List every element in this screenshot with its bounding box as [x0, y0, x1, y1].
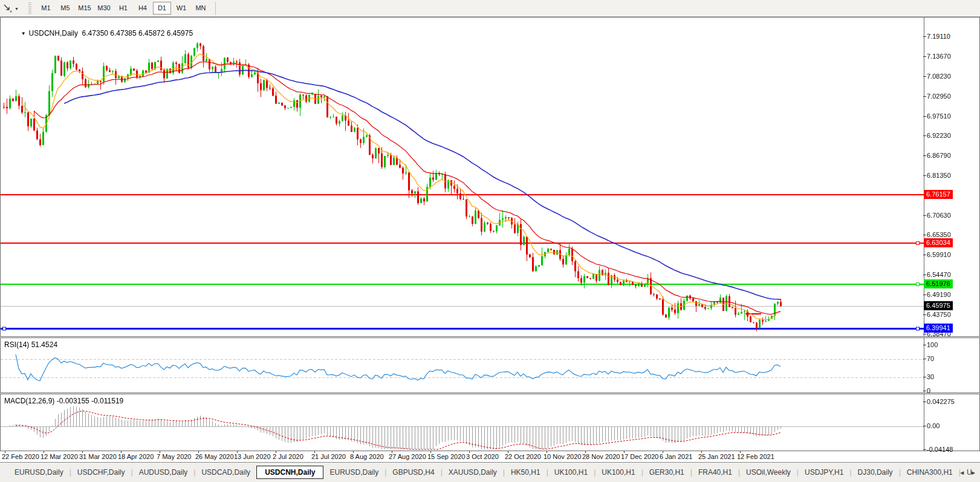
price-chart-canvas[interactable] [1, 18, 924, 336]
chart-title: ▼USDCNH,Daily 6.47350 6.47385 6.45872 6.… [5, 21, 193, 46]
macd-axis-label: 0.042275 [927, 397, 955, 406]
date-axis-label: 17 Dec 2020 [621, 453, 658, 460]
timeframe-button-m15[interactable]: M15 [76, 2, 94, 15]
rsi-axis-label: 100 [927, 340, 938, 349]
date-axis-label: 3 Oct 2020 [466, 453, 499, 460]
chart-tab-dj30-daily[interactable]: DJ30,Daily [852, 466, 899, 478]
level-price-label: 6.51976 [924, 279, 953, 288]
collapse-arrow-icon[interactable]: ▼ [21, 31, 26, 36]
price-axis-tick [923, 135, 926, 136]
chart-tab-ger30-h1[interactable]: GER30,H1 [643, 466, 690, 478]
macd-axis-label: 0.00 [927, 422, 939, 430]
timeframe-button-m1[interactable]: M1 [37, 2, 55, 15]
price-axis-tick [923, 116, 926, 117]
cursor-tool-icon[interactable] [2, 3, 13, 14]
chart-region: ▼USDCNH,Daily 6.47350 6.47385 6.45872 6.… [0, 17, 980, 462]
chart-title-text: USDCNH,Daily 6.47350 6.47385 6.45872 6.4… [29, 29, 193, 37]
chart-tab-xauusd-daily[interactable]: XAUUSD,Daily [443, 466, 503, 478]
macd-axis-tick [923, 426, 926, 426]
macd-indicator-label: MACD(12,26,9) -0.003155 -0.011519 [4, 397, 123, 405]
price-axis-label: 6.59910 [927, 250, 951, 259]
price-axis-tick [923, 215, 926, 216]
toolbar-separator [215, 2, 216, 15]
price-axis-tick [923, 275, 926, 275]
timeframe-button-w1[interactable]: W1 [172, 2, 190, 15]
rsi-axis-tick [923, 345, 926, 345]
price-axis-tick [923, 295, 926, 295]
level-price-label: 6.76157 [924, 190, 953, 199]
timeframe-button-h4[interactable]: H4 [134, 2, 152, 15]
tab-scroll-left-icon[interactable]: ◄ [959, 469, 965, 476]
timeframe-button-row: M1M5M15M30H1H4D1W1MN [36, 2, 210, 15]
price-axis-label: 7.19110 [927, 32, 950, 41]
price-axis-tick [923, 155, 926, 156]
macd-axis-tick [923, 402, 926, 402]
rsi-axis-label: 70 [927, 354, 934, 363]
macd-indicator-panel[interactable]: MACD(12,26,9) -0.003155 -0.011519 [0, 394, 980, 451]
date-axis-label: 8 Aug 2020 [350, 453, 384, 460]
chart-tab-uk100-h1[interactable]: UK100,H1 [548, 466, 594, 478]
chart-tab-hk50-h1[interactable]: HK50,H1 [505, 466, 547, 478]
level-price-label: 6.63034 [924, 238, 953, 247]
timeframe-button-m30[interactable]: M30 [95, 2, 113, 15]
rsi-indicator-panel[interactable]: RSI(14) 51.4524 [0, 337, 980, 393]
date-axis-label: 7 May 2020 [157, 453, 191, 460]
toolbar-grip-handle[interactable] [28, 2, 31, 15]
price-axis-tick [923, 56, 926, 57]
rsi-indicator-label: RSI(14) 51.4524 [4, 340, 57, 349]
timeframe-button-m5[interactable]: M5 [56, 2, 74, 15]
level-price-label: 6.39941 [924, 324, 953, 333]
price-chart-panel[interactable]: ▼USDCNH,Daily 6.47350 6.47385 6.45872 6.… [0, 17, 980, 337]
price-axis-tick [923, 334, 926, 334]
current-price-label: 6.45975 [924, 301, 953, 310]
date-axis-label: 22 Oct 2020 [505, 453, 541, 460]
chart-tab-china300-h1[interactable]: CHINA300,H1 [901, 466, 959, 478]
tab-scroll-arrows: ◄ ► [959, 463, 976, 482]
price-axis-tick [923, 175, 926, 176]
rsi-axis-label: 30 [927, 373, 934, 381]
timeframe-button-h1[interactable]: H1 [114, 2, 132, 15]
date-axis-label: 12 Mar 2020 [41, 453, 78, 460]
price-axis-label: 6.65350 [927, 230, 951, 239]
price-axis-label: 6.54470 [927, 270, 951, 279]
date-axis-label: 18 Apr 2020 [118, 453, 154, 460]
price-axis-label: 6.49190 [927, 290, 951, 299]
timeframe-button-d1[interactable]: D1 [153, 2, 171, 15]
chart-tab-fra40-h1[interactable]: FRA40,H1 [692, 466, 738, 478]
date-axis-label: 22 Feb 2020 [2, 453, 39, 460]
rsi-axis-tick [923, 359, 926, 359]
tool-dropdown-arrow-icon[interactable]: ▼ [15, 7, 19, 11]
price-axis-tick [923, 255, 926, 255]
price-axis-label: 6.70630 [927, 211, 951, 220]
date-axis-label: 27 Aug 2020 [389, 453, 426, 460]
chart-tab-usdcad-daily[interactable]: USDCAD,Daily [195, 466, 256, 478]
rsi-axis-tick [923, 391, 926, 391]
timeframe-button-mn[interactable]: MN [192, 2, 210, 15]
price-axis-tick [923, 76, 926, 77]
date-axis-label: 15 Sep 2020 [427, 453, 465, 460]
rsi-axis-border [924, 338, 924, 392]
rsi-canvas[interactable] [1, 338, 924, 392]
date-axis-label: 31 Mar 2020 [79, 453, 117, 460]
chart-tab-audusd-daily[interactable]: AUDUSD,Daily [133, 466, 194, 478]
chart-tab-usdchf-daily[interactable]: USDCHF,Daily [71, 466, 131, 478]
chart-tab-usdcnh-daily-active[interactable]: USDCNH,Daily [256, 466, 323, 479]
chart-tab-eurusd-daily[interactable]: EURUSD,Daily [8, 466, 70, 478]
date-axis-label: 28 Nov 2020 [582, 453, 620, 460]
price-axis-label: 6.97510 [927, 112, 951, 120]
tab-scroll-right-icon[interactable]: ► [970, 469, 976, 476]
chart-tab-usoil-weekly[interactable]: USOil,Weekly [740, 466, 797, 478]
chart-tab-usdjpy-h1[interactable]: USDJPY,H1 [799, 466, 849, 478]
macd-canvas[interactable] [1, 394, 924, 451]
price-axis-tick [923, 36, 926, 37]
macd-axis-tick [923, 449, 926, 450]
price-axis-label: 7.08230 [927, 72, 951, 80]
price-axis-border [924, 18, 924, 336]
date-axis-label: 6 Jan 2021 [660, 453, 692, 460]
chart-tab-eurusd-daily[interactable]: EURUSD,Daily [323, 466, 385, 478]
chart-tab-uk100-h1[interactable]: UK100,H1 [595, 466, 641, 478]
rsi-axis-tick [923, 377, 926, 377]
chart-tab-gbpusd-h4[interactable]: GBPUSD,H4 [386, 466, 440, 478]
date-axis-label: 10 Nov 2020 [544, 453, 581, 460]
date-axis-label: 2 Jul 2020 [273, 453, 303, 460]
